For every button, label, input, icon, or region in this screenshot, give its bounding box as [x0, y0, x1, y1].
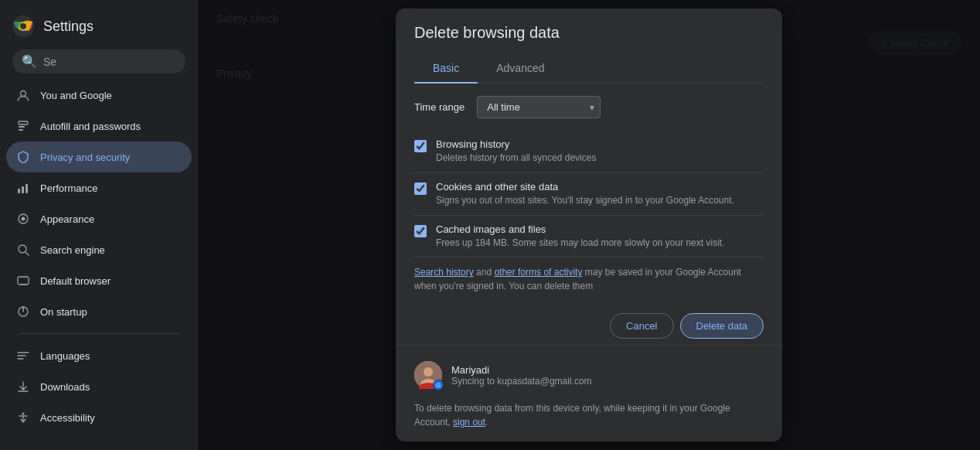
cookies-desc: Signs you out of most sites. You'll stay… [436, 194, 764, 207]
sidebar-item-label: Performance [40, 182, 97, 194]
browsing-history-title: Browsing history [436, 138, 764, 150]
nav-divider [19, 333, 179, 334]
sidebar-item-label: Appearance [40, 213, 94, 225]
downloads-icon [15, 379, 31, 394]
search-history-link[interactable]: Search history [414, 267, 474, 278]
sidebar-item-label: Default browser [40, 275, 111, 287]
sync-badge: G [433, 380, 444, 390]
autofill-icon [15, 118, 31, 134]
sidebar-item-on-startup[interactable]: On startup [6, 296, 192, 327]
cookies-checkbox[interactable] [414, 182, 427, 195]
search-engine-icon [15, 242, 31, 257]
dialog-header: Delete browsing data Basic Advanced [396, 9, 782, 84]
cached-checkbox-wrapper[interactable] [414, 225, 427, 240]
bottom-note: To delete browsing data from this device… [414, 395, 764, 432]
cached-title: Cached images and files [436, 223, 764, 235]
browsing-history-desc: Deletes history from all synced devices [436, 152, 764, 165]
svg-line-13 [26, 252, 29, 255]
cached-checkbox[interactable] [414, 225, 427, 237]
sidebar-item-appearance[interactable]: Appearance [6, 203, 192, 234]
cookies-checkbox-wrapper[interactable] [414, 182, 427, 198]
user-email: Syncing to kupasdata@gmail.com [451, 376, 592, 387]
dialog-tabs: Basic Advanced [414, 54, 764, 84]
svg-point-11 [22, 217, 26, 221]
svg-rect-14 [18, 277, 29, 285]
sign-out-link[interactable]: sign out [453, 417, 485, 428]
time-range-label: Time range [414, 101, 464, 113]
svg-point-12 [19, 245, 26, 253]
privacy-security-icon [15, 149, 31, 165]
sidebar-item-downloads[interactable]: Downloads [6, 371, 192, 402]
cookies-title: Cookies and other site data [436, 181, 764, 193]
appearance-icon [15, 211, 31, 227]
sidebar-item-you-and-google[interactable]: You and Google [6, 80, 192, 111]
sidebar-item-label: Search engine [40, 244, 105, 256]
main-content: Safety check o Safety Check Privacy Dele… [198, 0, 980, 450]
svg-rect-8 [22, 186, 24, 193]
app-title: Settings [43, 19, 94, 35]
delete-data-button[interactable]: Delete data [680, 313, 764, 339]
dialog-body: Time range All time Last hour Last 24 ho… [396, 84, 782, 304]
sidebar-item-label: Languages [40, 350, 90, 362]
sidebar-item-languages[interactable]: Languages [6, 340, 192, 371]
checkbox-cookies: Cookies and other site data Signs you ou… [414, 173, 764, 216]
dialog-title: Delete browsing data [414, 24, 764, 42]
svg-rect-4 [19, 121, 28, 124]
search-placeholder-text: Se [43, 56, 56, 68]
time-range-row: Time range All time Last hour Last 24 ho… [414, 96, 764, 118]
other-activity-link[interactable]: other forms of activity [494, 267, 582, 278]
time-range-select[interactable]: All time Last hour Last 24 hours Last 7 … [477, 96, 601, 118]
svg-rect-5 [19, 126, 25, 128]
you-google-icon [15, 87, 31, 103]
sidebar-item-search-engine[interactable]: Search engine [6, 234, 192, 265]
bottom-note-suffix: . [485, 417, 488, 428]
sidebar-item-label: Privacy and security [40, 152, 130, 163]
user-sync-row: G Mariyadi Syncing to kupasdata@gmail.co… [414, 355, 764, 395]
time-range-select-wrapper[interactable]: All time Last hour Last 24 hours Last 7 … [477, 96, 601, 118]
default-browser-icon [15, 273, 31, 288]
dialog-buttons: Cancel Delete data [396, 304, 782, 345]
avatar: G [414, 361, 442, 389]
sidebar-nav: You and Google Autofill and passwords Pr… [0, 80, 198, 433]
chrome-logo-icon [12, 15, 34, 37]
modal-overlay: Delete browsing data Basic Advanced Time… [198, 0, 980, 450]
cancel-button[interactable]: Cancel [610, 313, 673, 339]
checkbox-cached: Cached images and files Frees up 184 MB.… [414, 216, 764, 258]
checkbox-browsing-history: Browsing history Deletes history from al… [414, 131, 764, 173]
performance-icon [15, 180, 31, 196]
browsing-history-checkbox[interactable] [414, 140, 427, 152]
cached-content: Cached images and files Frees up 184 MB.… [436, 223, 764, 250]
tab-basic[interactable]: Basic [414, 54, 478, 84]
svg-point-3 [21, 91, 26, 97]
user-info: Mariyadi Syncing to kupasdata@gmail.com [451, 364, 592, 387]
info-and-text: and [474, 267, 495, 278]
sidebar-item-performance[interactable]: Performance [6, 172, 192, 203]
sidebar-item-accessibility[interactable]: Accessibility [6, 402, 192, 433]
sidebar-item-autofill[interactable]: Autofill and passwords [6, 111, 192, 141]
sidebar-item-label: Downloads [40, 381, 90, 393]
svg-point-2 [20, 23, 26, 29]
info-text: Search history and other forms of activi… [414, 257, 764, 293]
languages-icon [15, 348, 31, 363]
search-icon: 🔍 [22, 54, 37, 69]
dialog-footer: G Mariyadi Syncing to kupasdata@gmail.co… [396, 345, 782, 441]
cached-desc: Frees up 184 MB. Some sites may load mor… [436, 237, 764, 250]
svg-rect-7 [18, 189, 20, 193]
on-startup-icon [15, 304, 31, 319]
tab-advanced[interactable]: Advanced [478, 54, 563, 84]
sidebar-header: Settings [0, 6, 198, 49]
sidebar-item-label: You and Google [40, 90, 112, 101]
sidebar-item-default-browser[interactable]: Default browser [6, 265, 192, 296]
sidebar-item-privacy-security[interactable]: Privacy and security [6, 141, 192, 172]
delete-browsing-data-dialog: Delete browsing data Basic Advanced Time… [396, 9, 782, 441]
sidebar: Settings 🔍 Se You and Google Autofill an… [0, 0, 198, 450]
browsing-history-content: Browsing history Deletes history from al… [436, 138, 764, 165]
cookies-content: Cookies and other site data Signs you ou… [436, 181, 764, 207]
sidebar-search-bar[interactable]: 🔍 Se [12, 49, 185, 73]
browsing-history-checkbox-wrapper[interactable] [414, 140, 427, 155]
sidebar-item-label: Accessibility [40, 412, 95, 424]
svg-rect-6 [19, 129, 23, 131]
sidebar-item-label: Autofill and passwords [40, 121, 141, 132]
sidebar-item-label: On startup [40, 306, 87, 318]
svg-rect-9 [26, 184, 28, 193]
